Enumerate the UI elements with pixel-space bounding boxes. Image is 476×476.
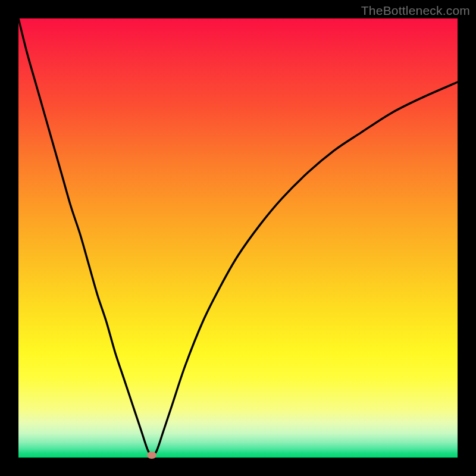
- bottleneck-curve: [18, 18, 458, 458]
- chart-frame: TheBottleneck.com: [0, 0, 476, 476]
- optimum-marker: [147, 452, 156, 459]
- plot-area: [18, 18, 458, 458]
- watermark-text: TheBottleneck.com: [361, 4, 470, 18]
